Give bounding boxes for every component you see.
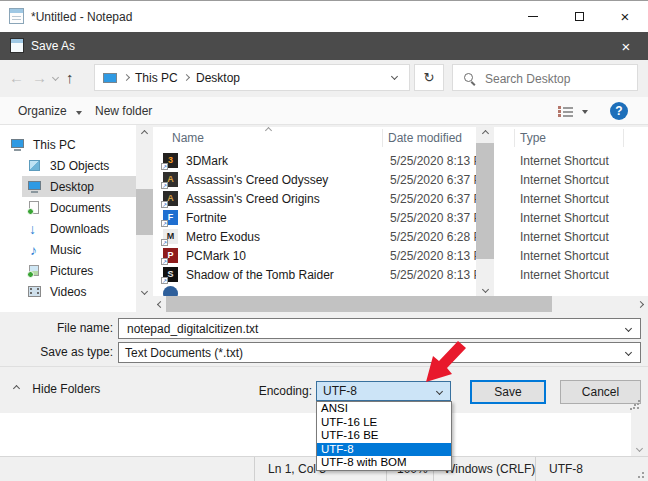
- table-row[interactable]: 3 3DMark 5/25/2020 8:13 PM Internet Shor…: [153, 151, 648, 170]
- breadcrumb-item-this-pc[interactable]: This PC: [135, 71, 178, 85]
- back-button[interactable]: ←: [9, 70, 24, 85]
- this-pc-icon: [103, 73, 117, 83]
- status-encoding: UTF-8: [535, 457, 648, 481]
- red-arrow-annotation: [410, 330, 470, 386]
- table-row[interactable]: F Fortnite 5/25/2020 8:37 PM Internet Sh…: [153, 208, 648, 227]
- dialog-main: This PC 3D Objects Desktop Documents Dow…: [0, 125, 648, 312]
- sidebar-list: This PC 3D Objects Desktop Documents Dow…: [0, 125, 136, 312]
- sidebar-item-documents[interactable]: Documents: [0, 197, 136, 218]
- file-list-vertical-scrollbar[interactable]: [476, 127, 494, 296]
- notepad-titlebar: *Untitled - Notepad ×: [0, 1, 648, 32]
- file-rows: 3 3DMark 5/25/2020 8:13 PM Internet Shor…: [153, 151, 648, 296]
- file-list-horizontal-scrollbar[interactable]: [153, 296, 648, 312]
- save-as-type-label: Save as type:: [0, 345, 113, 359]
- column-header-date-modified[interactable]: Date modified: [388, 131, 462, 145]
- file-date-modified: 5/25/2020 6:37 PM: [390, 192, 520, 206]
- save-button[interactable]: Save: [470, 380, 546, 404]
- file-name-combobox: [118, 318, 641, 339]
- maximize-button[interactable]: [556, 1, 602, 31]
- breadcrumb[interactable]: This PC Desktop: [94, 64, 410, 91]
- file-icon: F: [163, 210, 178, 225]
- window-title: *Untitled - Notepad: [31, 10, 132, 24]
- table-row[interactable]: A Assassin's Creed Odyssey 5/25/2020 6:3…: [153, 170, 648, 189]
- cancel-button[interactable]: Cancel: [560, 380, 641, 404]
- save-as-type-row: Save as type:: [0, 345, 113, 359]
- pc-icon: [10, 138, 26, 152]
- notepad-icon: [9, 8, 24, 24]
- hide-folders-button[interactable]: Hide Folders: [14, 382, 100, 396]
- forward-button[interactable]: →: [32, 70, 47, 85]
- table-row[interactable]: S Shadow of the Tomb Raider 5/25/2020 8:…: [153, 265, 648, 284]
- sidebar-item-pictures[interactable]: Pictures: [0, 260, 136, 281]
- search-input[interactable]: [483, 69, 627, 88]
- file-type: Internet Shortcut: [520, 154, 609, 168]
- organize-button[interactable]: Organize: [18, 104, 82, 118]
- shortcut-arrow-icon: [161, 220, 168, 227]
- sidebar-item-3d-objects[interactable]: 3D Objects: [0, 155, 136, 176]
- sidebar-item-music[interactable]: Music: [0, 239, 136, 260]
- shortcut-arrow-icon: [161, 258, 168, 265]
- encoding-option[interactable]: ANSI: [317, 402, 451, 416]
- file-date-modified: 5/25/2020 8:13 PM: [390, 154, 520, 168]
- music-icon: [27, 243, 43, 257]
- file-icon: S: [163, 267, 178, 282]
- chevron-down-icon: [76, 111, 82, 115]
- table-row[interactable]: A Assassin's Creed Origins 5/25/2020 6:3…: [153, 189, 648, 208]
- sidebar-item-desktop[interactable]: Desktop: [0, 176, 136, 197]
- shortcut-arrow-icon: [161, 182, 168, 189]
- refresh-button[interactable]: ↻: [414, 64, 444, 91]
- breadcrumb-item-desktop[interactable]: Desktop: [196, 71, 240, 85]
- window-resize-grip[interactable]: [636, 470, 644, 478]
- file-icon: A: [163, 172, 178, 187]
- table-row[interactable]: P PCMark 10 5/25/2020 8:13 PM Internet S…: [153, 246, 648, 265]
- search-box: [452, 64, 638, 91]
- help-button[interactable]: ?: [610, 102, 628, 120]
- new-folder-button[interactable]: New folder: [95, 104, 152, 118]
- file-icon: A: [163, 191, 178, 206]
- downloads-icon: [27, 222, 43, 236]
- chevron-down-icon[interactable]: [625, 325, 632, 332]
- file-name: Fortnite: [186, 211, 390, 225]
- file-type: Internet Shortcut: [520, 211, 609, 225]
- encoding-option[interactable]: UTF-16 LE: [317, 416, 451, 430]
- save-as-type-select[interactable]: Text Documents (*.txt): [118, 342, 641, 363]
- dialog-title: Save As: [31, 39, 75, 53]
- file-type: Internet Shortcut: [520, 192, 609, 206]
- encoding-dropdown: ANSIUTF-16 LEUTF-16 BEUTF-8UTF-8 with BO…: [316, 401, 452, 471]
- file-list: Name Date modified Type 3 3DMark 5/25/20…: [153, 127, 648, 296]
- minimize-button[interactable]: [510, 1, 556, 31]
- view-options-icon[interactable]: [558, 106, 574, 117]
- screen: *Untitled - Notepad × Save As × ← → ↑ Th…: [0, 0, 648, 481]
- desktop-icon: [27, 180, 43, 194]
- column-header-name[interactable]: Name: [172, 131, 204, 145]
- address-dropdown-chevron[interactable]: [391, 73, 398, 80]
- sidebar-item-downloads[interactable]: Downloads: [0, 218, 136, 239]
- table-row[interactable]: M Metro Exodus 5/25/2020 6:28 PM Interne…: [153, 227, 648, 246]
- column-header-type[interactable]: Type: [520, 131, 546, 145]
- file-name: Assassin's Creed Origins: [186, 192, 390, 206]
- encoding-option[interactable]: UTF-8 with BOM: [317, 456, 451, 470]
- file-type: Internet Shortcut: [520, 230, 609, 244]
- dialog-close-button[interactable]: ×: [604, 32, 648, 60]
- notepad-scrollbar[interactable]: [631, 413, 648, 456]
- file-name-input[interactable]: [125, 321, 609, 337]
- file-type: Internet Shortcut: [520, 268, 609, 282]
- sidebar-item-videos[interactable]: Videos: [0, 281, 136, 302]
- view-options-chevron[interactable]: [582, 110, 588, 114]
- file-name: Assassin's Creed Odyssey: [186, 173, 390, 187]
- encoding-option[interactable]: UTF-16 BE: [317, 429, 451, 443]
- pictures-icon: [27, 264, 43, 278]
- sidebar-scrollbar[interactable]: [136, 127, 153, 298]
- file-name-label: File name:: [0, 321, 113, 335]
- dialog-toolbar: Organize New folder ?: [0, 97, 648, 125]
- file-date-modified: 5/25/2020 8:37 PM: [390, 211, 520, 225]
- close-button[interactable]: ×: [602, 1, 648, 31]
- up-button[interactable]: ↑: [66, 70, 74, 85]
- resize-grip[interactable]: [630, 400, 640, 410]
- videos-icon: [27, 285, 43, 299]
- recent-locations-chevron[interactable]: [52, 74, 59, 81]
- table-row[interactable]: [153, 284, 648, 296]
- file-icon: M: [163, 229, 178, 244]
- encoding-option[interactable]: UTF-8: [317, 443, 451, 457]
- sidebar-item-this-pc[interactable]: This PC: [0, 134, 136, 155]
